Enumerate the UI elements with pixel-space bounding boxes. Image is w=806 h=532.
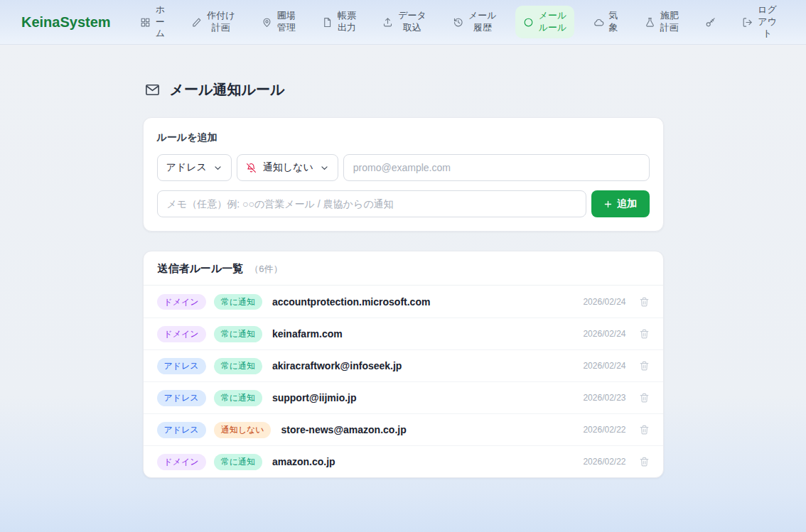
rule-list-count: （6件） <box>249 263 282 276</box>
mail-icon <box>144 82 161 98</box>
rule-list-title: 送信者ルール一覧 <box>158 262 244 276</box>
rule-type-badge: ドメイン <box>157 454 206 469</box>
rule-row: ドメイン常に通知keinafarm.com2026/02/24 <box>144 317 663 349</box>
rule-type-badge: アドレス <box>157 422 206 438</box>
rule-list-header: 送信者ルール一覧 （6件） <box>144 251 663 286</box>
history-icon <box>453 17 463 28</box>
rule-date: 2026/02/24 <box>583 329 625 339</box>
flask-icon <box>645 17 655 28</box>
circle-icon <box>523 17 534 28</box>
rule-value: support@iijmio.jp <box>272 392 357 403</box>
delete-rule-button[interactable] <box>639 328 650 340</box>
nav-menu: ホ ー ム作付け 計画圃場 管理帳票 出力データ 取込メール 履歴メール ルール… <box>132 0 785 44</box>
rule-type-select-value: アドレス <box>166 161 207 174</box>
rule-value: store-news@amazon.co.jp <box>281 424 406 435</box>
cloud-icon <box>593 17 604 28</box>
rule-action-badge: 常に通知 <box>214 294 262 310</box>
rule-date: 2026/02/24 <box>583 297 625 307</box>
rule-date: 2026/02/23 <box>583 393 625 403</box>
nav-item-home[interactable]: ホ ー ム <box>132 0 173 44</box>
rule-row: ドメイン常に通知amazon.co.jp2026/02/22 <box>144 445 663 477</box>
rule-action-select-value: 通知しない <box>263 161 313 174</box>
rule-action-badge: 常に通知 <box>214 390 262 406</box>
nav-item-logout[interactable]: ログ アウ ト <box>734 0 785 44</box>
nav-item-weather[interactable]: 気 象 <box>586 6 626 38</box>
add-rule-heading: ルールを追加 <box>157 131 650 144</box>
rule-date: 2026/02/24 <box>583 361 625 371</box>
nav-item-label: 圃場 管理 <box>277 10 296 34</box>
nav-item-report-output[interactable]: 帳票 出力 <box>314 6 364 38</box>
delete-rule-button[interactable] <box>639 296 650 308</box>
rule-value: akiracraftwork@infoseek.jp <box>272 360 402 371</box>
delete-rule-button[interactable] <box>639 392 650 403</box>
top-nav: KeinaSystem ホ ー ム作付け 計画圃場 管理帳票 出力データ 取込メ… <box>0 0 806 45</box>
rule-type-badge: ドメイン <box>157 326 206 342</box>
rule-row: アドレス通知しないstore-news@amazon.co.jp2026/02/… <box>144 413 663 445</box>
add-rule-card: ルールを追加 アドレス 通知しない 追加 <box>143 117 664 232</box>
rule-row: ドメイン常に通知accountprotection.microsoft.com2… <box>144 286 663 317</box>
add-rule-row-1: アドレス 通知しない <box>157 154 650 181</box>
nav-item-label: ホ ー ム <box>156 4 165 40</box>
rule-action-badge: 通知しない <box>214 422 272 438</box>
rule-date: 2026/02/22 <box>583 425 625 435</box>
page-title-text: メール通知ルール <box>170 80 285 99</box>
rule-date: 2026/02/22 <box>583 457 625 467</box>
nav-item-label: データ 取込 <box>398 10 426 34</box>
nav-item-mail-rules[interactable]: メール ルール <box>515 6 575 38</box>
delete-rule-button[interactable] <box>639 456 650 467</box>
rule-action-badge: 常に通知 <box>214 326 262 342</box>
rule-action-badge: 常に通知 <box>214 454 262 469</box>
rule-list-body: ドメイン常に通知accountprotection.microsoft.com2… <box>144 286 663 477</box>
nav-item-label: 気 象 <box>609 10 618 34</box>
nav-item-label: ログ アウ ト <box>758 4 777 40</box>
rule-action-select[interactable]: 通知しない <box>237 154 338 181</box>
rule-action-badge: 常に通知 <box>214 358 262 374</box>
pencil-icon <box>191 17 202 28</box>
rule-value: accountprotection.microsoft.com <box>272 296 430 308</box>
nav-item-password-key[interactable] <box>697 13 724 32</box>
rule-type-badge: ドメイン <box>157 294 206 310</box>
add-rule-button-label: 追加 <box>617 197 637 210</box>
bell-off-icon <box>246 163 257 173</box>
delete-rule-button[interactable] <box>639 424 650 435</box>
pin-icon <box>262 17 272 28</box>
delete-rule-button[interactable] <box>639 360 650 371</box>
rule-row: アドレス常に通知akiracraftwork@infoseek.jp2026/0… <box>144 349 663 381</box>
nav-item-label: 帳票 出力 <box>338 10 356 34</box>
file-icon <box>322 17 333 28</box>
logout-icon <box>742 17 753 28</box>
rule-value: keinafarm.com <box>272 328 343 340</box>
rule-type-badge: アドレス <box>157 390 206 406</box>
grid-icon <box>140 17 151 28</box>
rule-type-select[interactable]: アドレス <box>157 154 232 181</box>
nav-item-label: メール 履歴 <box>468 10 497 34</box>
rule-list-card: 送信者ルール一覧 （6件） ドメイン常に通知accountprotection.… <box>143 251 664 478</box>
plus-icon <box>603 200 613 209</box>
nav-item-planting-plan[interactable]: 作付け 計画 <box>183 6 242 38</box>
rule-type-badge: アドレス <box>157 358 206 374</box>
chevron-down-icon <box>213 163 222 173</box>
address-input[interactable] <box>343 154 650 181</box>
key-icon <box>705 17 716 28</box>
nav-item-data-import[interactable]: データ 取込 <box>375 6 434 38</box>
rule-value: amazon.co.jp <box>272 456 335 467</box>
main-content: メール通知ルール ルールを追加 アドレス 通知しない <box>0 45 806 532</box>
page-title: メール通知ルール <box>144 80 664 99</box>
add-rule-button[interactable]: 追加 <box>591 190 650 217</box>
upload-icon <box>382 17 393 28</box>
chevron-down-icon <box>320 163 329 173</box>
nav-item-fertilizer-plan[interactable]: 施肥 計画 <box>637 6 687 38</box>
rule-row: アドレス常に通知support@iijmio.jp2026/02/23 <box>144 381 663 413</box>
nav-item-mail-history[interactable]: メール 履歴 <box>445 6 505 38</box>
brand-logo: KeinaSystem <box>21 14 111 31</box>
memo-input[interactable] <box>157 190 586 217</box>
nav-item-label: 作付け 計画 <box>207 10 235 34</box>
nav-item-label: 施肥 計画 <box>660 10 679 34</box>
nav-item-field-management[interactable]: 圃場 管理 <box>254 6 303 38</box>
add-rule-row-2: 追加 <box>157 190 650 217</box>
nav-item-label: メール ルール <box>539 10 567 34</box>
